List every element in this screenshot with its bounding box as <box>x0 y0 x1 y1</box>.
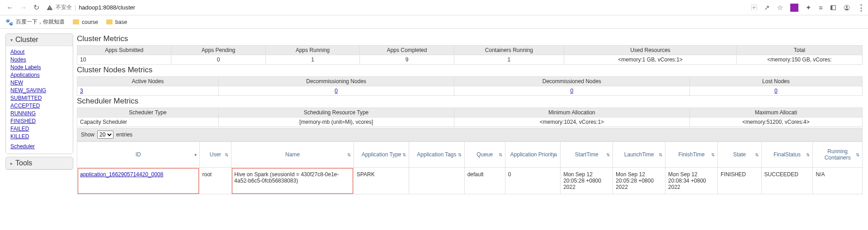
nav-state-accepted[interactable]: ACCEPTED <box>10 103 40 109</box>
link-active-nodes[interactable]: 3 <box>80 88 83 94</box>
show-label: Show <box>81 131 94 138</box>
entries-select[interactable]: 20 <box>97 131 113 139</box>
cell-finish: Mon Sep 12 20:08:34 +0800 2022 <box>665 168 718 194</box>
warning-triangle-icon <box>47 5 53 11</box>
extension-icon[interactable] <box>790 4 798 12</box>
reload-button[interactable]: ↻ <box>33 3 39 12</box>
entries-suffix: entries <box>116 131 132 138</box>
col-scheduler-type: Scheduler Type <box>77 108 219 117</box>
col-state[interactable]: State⇅ <box>717 142 761 168</box>
col-finish[interactable]: FinishTime⇅ <box>665 142 718 168</box>
menu-icon[interactable]: ⋮ <box>857 3 864 13</box>
cell-resource-type: [memory-mb (unit=Mi), vcores] <box>218 117 454 127</box>
scheduler-metrics-table: Scheduler Type Scheduling Resource Type … <box>77 108 863 127</box>
paw-icon: 🐾 <box>5 19 13 26</box>
nav-applications[interactable]: Applications <box>10 72 40 78</box>
cell-total: <memory:150 GB, vCores: <box>737 55 863 65</box>
bookmark-course[interactable]: course <box>73 19 98 25</box>
col-app-tags[interactable]: Application Tags⇅ <box>409 142 464 168</box>
cluster-panel: ▾ Cluster About Nodes Node Labels Applic… <box>5 33 73 154</box>
nav-state-failed[interactable]: FAILED <box>10 126 29 132</box>
nav-state-running[interactable]: RUNNING <box>10 110 36 117</box>
forward-button[interactable]: → <box>20 4 27 12</box>
translate-icon[interactable]: 🀄︎ <box>751 4 757 12</box>
sort-desc-icon: ▾ <box>194 152 197 157</box>
col-apps-completed: Apps Completed <box>360 46 454 55</box>
col-launch[interactable]: LaunchTime⇅ <box>613 142 665 168</box>
bookmark-baidu[interactable]: 🐾 百度一下，你就知道 <box>5 18 65 26</box>
tools-panel-header[interactable]: ▸ Tools <box>6 157 73 169</box>
sidebar: ▾ Cluster About Nodes Node Labels Applic… <box>5 33 73 194</box>
table-row: 3 0 0 0 <box>77 86 863 96</box>
nav-state-submitted[interactable]: SUBMITTED <box>10 95 42 101</box>
nav-arrows: ← → ↻ <box>4 3 42 12</box>
svg-point-3 <box>846 6 848 8</box>
col-priority[interactable]: Application Priority⇅ <box>505 142 560 168</box>
cluster-panel-header[interactable]: ▾ Cluster <box>6 34 73 46</box>
col-app-type[interactable]: Application Type⇅ <box>354 142 409 168</box>
chevron-down-icon: ▾ <box>10 38 13 42</box>
bookmarks-bar: 🐾 百度一下，你就知道 course base <box>0 15 868 29</box>
sort-icon: ⇅ <box>711 152 715 157</box>
address-bar[interactable]: hadoop1:8088/cluster <box>79 4 135 11</box>
nav-state-killed[interactable]: KILLED <box>10 133 29 140</box>
col-final[interactable]: FinalStatus⇅ <box>761 142 813 168</box>
app-id-link[interactable]: application_1662905714420_0008 <box>80 171 163 178</box>
sort-icon: ⇅ <box>458 152 462 157</box>
bookmark-base[interactable]: base <box>106 19 127 25</box>
col-running-containers[interactable]: Running Containers⇅ <box>813 142 863 168</box>
chevron-right-icon: ▸ <box>10 161 13 166</box>
nodes-metrics-table: Active Nodes Decommissioning Nodes Decom… <box>77 76 863 96</box>
cell-priority: 0 <box>505 168 560 194</box>
profile-icon[interactable] <box>844 5 850 11</box>
nav-state-new[interactable]: NEW <box>10 80 23 86</box>
star-icon[interactable]: ☆ <box>777 4 783 12</box>
sort-icon: ⇅ <box>554 152 557 157</box>
link-decommissioned[interactable]: 0 <box>570 88 573 94</box>
link-decommissioning[interactable]: 0 <box>335 88 338 94</box>
col-lost: Lost Nodes <box>689 77 862 86</box>
applications-table: ID▾ User⇅ Name⇅ Application Type⇅ Applic… <box>77 141 863 194</box>
cell-start: Mon Sep 12 20:05:28 +0800 2022 <box>561 168 613 194</box>
nav-node-labels[interactable]: Node Labels <box>10 64 41 70</box>
nav-about[interactable]: About <box>10 49 24 55</box>
bookmark-label: 百度一下，你就知道 <box>16 18 65 26</box>
section-cluster-metrics: Cluster Metrics <box>77 33 863 45</box>
cell-containers-running: 1 <box>454 55 564 65</box>
cell-name: Hive on Spark (sessionId = 430f27c8-0e1e… <box>231 168 354 194</box>
col-name[interactable]: Name⇅ <box>231 142 354 168</box>
svg-rect-1 <box>831 5 833 9</box>
extensions-puzzle-icon[interactable]: ✦ <box>806 4 811 12</box>
section-nodes-metrics: Cluster Nodes Metrics <box>77 65 863 76</box>
back-button[interactable]: ← <box>6 4 14 12</box>
nav-nodes[interactable]: Nodes <box>10 56 26 63</box>
col-apps-submitted: Apps Submitted <box>77 46 171 55</box>
panel-title: Tools <box>15 159 32 167</box>
reading-list-icon[interactable]: ≡ <box>819 4 823 11</box>
col-decommissioned: Decommissioned Nodes <box>454 77 689 86</box>
folder-icon <box>73 19 79 24</box>
panel-title: Cluster <box>15 36 38 44</box>
nav-state-new-saving[interactable]: NEW_SAVING <box>10 87 46 94</box>
col-total: Total <box>737 46 863 55</box>
col-apps-running: Apps Running <box>265 46 359 55</box>
col-start[interactable]: StartTime⇅ <box>561 142 613 168</box>
link-lost[interactable]: 0 <box>774 88 778 94</box>
cell-max-alloc: <memory:51200, vCores:4> <box>689 117 862 127</box>
nav-scheduler[interactable]: Scheduler <box>10 143 35 150</box>
col-user[interactable]: User⇅ <box>199 142 231 168</box>
panel-icon[interactable] <box>830 5 836 11</box>
col-id[interactable]: ID▾ <box>77 142 200 168</box>
security-indicator[interactable]: 不安全 | hadoop1:8088/cluster <box>47 4 135 11</box>
sort-icon: ⇅ <box>402 152 406 157</box>
browser-toolbar: ← → ↻ 不安全 | hadoop1:8088/cluster 🀄︎ ↗ ☆ … <box>0 0 868 15</box>
nav-state-finished[interactable]: FINISHED <box>10 118 36 124</box>
share-icon[interactable]: ↗ <box>764 4 770 12</box>
col-min-alloc: Minimum Allocation <box>454 108 689 117</box>
col-queue[interactable]: Queue⇅ <box>464 142 505 168</box>
cell-user: root <box>199 168 231 194</box>
sort-icon: ⇅ <box>755 152 759 157</box>
sort-icon: ⇅ <box>606 152 610 157</box>
table-row: Capacity Scheduler [memory-mb (unit=Mi),… <box>77 117 863 127</box>
cell-scheduler-type: Capacity Scheduler <box>77 117 219 127</box>
